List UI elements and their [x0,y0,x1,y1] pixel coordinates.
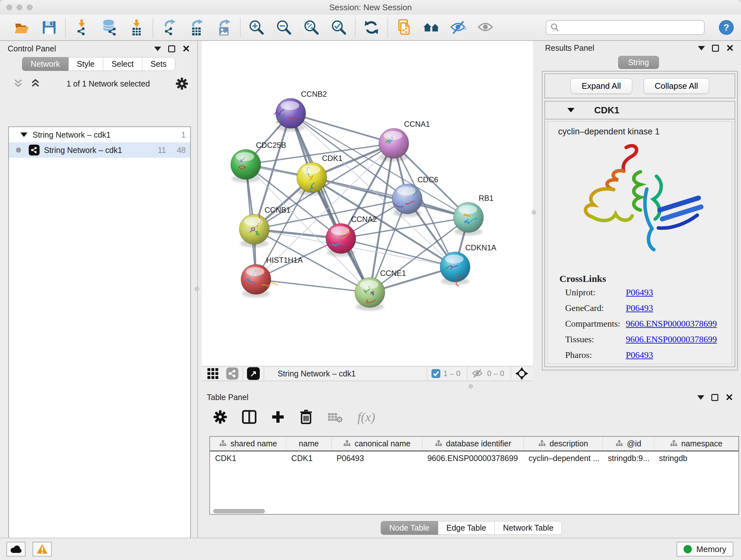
crosslink-link[interactable]: 9606.ENSP00000378699 [626,319,717,329]
save-session-button[interactable] [40,18,58,37]
horizontal-splitter-handle[interactable] [468,384,473,388]
column-header-shared-name[interactable]: shared name [210,437,286,451]
table-options-gear-icon[interactable] [213,410,227,424]
cloud-status-button[interactable] [6,542,25,557]
network-row[interactable]: String Network – cdk1 11 48 [9,142,190,158]
hidden-eye-icon[interactable] [471,368,485,379]
edge-HIST1H1A-CCNE1[interactable] [256,279,370,293]
node-RB1[interactable] [454,202,483,236]
export-image-button[interactable] [215,18,233,37]
function-builder-button[interactable]: f(x) [357,410,375,425]
export-network-button[interactable] [160,18,178,37]
tab-select[interactable]: Select [103,57,142,71]
node-CCNE1[interactable] [355,277,385,311]
edge-CCNB2-CCNE1[interactable] [291,113,370,293]
table-cell[interactable]: P06493 [331,451,422,465]
gene-expander-icon[interactable] [567,108,575,112]
node-CDC6[interactable] [392,184,422,217]
import-table-button[interactable] [128,18,145,37]
node-CCNA2[interactable] [326,224,356,257]
crosslink-link[interactable]: 9606.ENSP00000378699 [626,334,717,345]
right-splitter-handle[interactable] [532,210,536,214]
import-network-from-database-button[interactable] [100,18,118,37]
column-header-description[interactable]: description [523,437,603,451]
table-cell[interactable]: stringdb [654,451,738,465]
panel-menu-icon[interactable] [154,47,161,51]
column-header-database-identifier[interactable]: database identifier [422,437,523,451]
tab-edge-table[interactable]: Edge Table [438,521,495,535]
float-panel-icon[interactable] [711,394,718,401]
warnings-button[interactable] [32,542,52,557]
first-neighbors-button[interactable] [422,18,441,37]
open-in-browser-icon[interactable]: ↗ [247,367,260,380]
expand-all-button[interactable]: Expand All [570,78,632,94]
node-table[interactable]: shared namenamecanonical namedatabase id… [209,436,739,515]
zoom-in-button[interactable] [248,18,266,37]
zoom-out-button[interactable] [275,18,293,37]
crosslink-link[interactable]: P06493 [626,287,653,298]
column-header-canonical-name[interactable]: canonical name [331,437,422,451]
column-header-namespace[interactable]: namespace [654,437,738,451]
float-panel-icon[interactable] [168,45,175,52]
duplicate-network-button[interactable] [395,18,413,37]
panel-menu-icon[interactable] [698,46,705,51]
tab-network[interactable]: Network [22,57,69,71]
column-header-name[interactable]: name [286,437,332,451]
table-cell[interactable]: CDK1 [210,451,286,465]
gene-section-header[interactable]: CDK1 [545,102,735,119]
node-CDC25B[interactable] [231,149,261,183]
delete-table-icon[interactable] [327,411,343,423]
table-row[interactable]: CDK1CDK1P064939606.ENSP00000378699cyclin… [210,451,738,465]
tab-string[interactable]: String [618,56,659,69]
table-cell[interactable]: CDK1 [286,451,332,465]
show-labels-button[interactable] [477,18,495,37]
help-button[interactable]: ? [718,18,735,37]
search-input[interactable] [560,23,700,32]
node-CDKN1A[interactable] [440,252,470,287]
tab-network-table[interactable]: Network Table [495,521,562,535]
zoom-fit-button[interactable] [302,18,320,37]
add-column-icon[interactable] [271,410,285,424]
left-splitter-handle[interactable] [195,287,199,291]
delete-column-icon[interactable] [299,410,313,424]
network-view-canvas[interactable]: CCNB2CCNA1CDC25BCDK1CDC6RB1CCNB1CCNA2CDK… [202,41,533,366]
network-badge-icon[interactable] [226,367,239,380]
hide-labels-button[interactable] [450,18,468,37]
memory-button[interactable]: Memory [677,542,733,557]
collapse-all-icon[interactable] [13,78,23,89]
column-header--id[interactable]: @id [603,437,654,451]
export-table-button[interactable] [188,18,205,37]
close-panel-icon[interactable]: ✕ [725,394,733,401]
panel-menu-icon[interactable] [697,395,704,400]
refresh-button[interactable] [362,18,381,37]
expand-all-icon[interactable] [30,78,41,89]
node-CCNB1[interactable] [239,214,269,247]
grid-view-icon[interactable] [207,368,219,380]
birdseye-navigator-icon[interactable] [515,367,529,380]
collapse-all-button[interactable]: Collapse All [644,78,710,94]
show-columns-icon[interactable] [242,410,257,424]
tab-sets[interactable]: Sets [142,57,175,71]
table-horizontal-scrollbar[interactable] [209,508,739,514]
crosslink-link[interactable]: P06493 [626,350,653,360]
import-network-button[interactable] [73,18,91,37]
network-collection-row[interactable]: String Network – cdk1 1 [9,127,190,142]
table-cell[interactable]: 9606.ENSP00000378699 [422,451,523,465]
tab-node-table[interactable]: Node Table [381,521,438,535]
crosslink-link[interactable]: P06493 [626,303,653,313]
table-cell[interactable]: cyclin–dependent ... [523,451,603,465]
open-session-button[interactable] [13,18,30,37]
node-CCNB2[interactable] [274,98,306,132]
close-panel-icon[interactable]: ✕ [182,45,190,52]
selected-checkbox-icon[interactable] [431,369,441,378]
node-CCNA1[interactable] [379,128,409,162]
search-box[interactable] [546,20,704,35]
tab-style[interactable]: Style [69,57,104,71]
table-cell[interactable]: stringdb:9... [603,451,654,465]
network-options-gear-icon[interactable] [176,77,188,90]
edge-CCNB2-CCNA1[interactable] [291,113,394,143]
scrollbar-thumb[interactable] [213,509,265,513]
close-panel-icon[interactable]: ✕ [726,45,734,52]
node-CDK1[interactable] [297,163,327,196]
zoom-selected-button[interactable] [330,18,348,37]
